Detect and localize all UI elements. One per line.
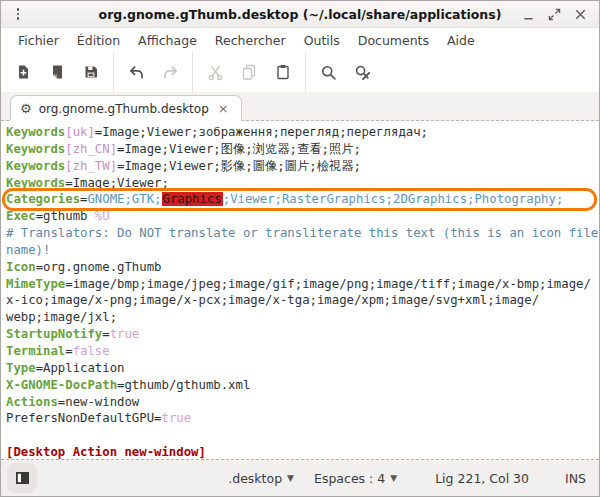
toolbar	[1, 52, 599, 92]
paste-icon	[275, 64, 291, 80]
editor-line: webp;image/jxl;	[6, 309, 599, 326]
window-title: org.gnome.gThumb.desktop (~/.local/share…	[1, 7, 599, 22]
editor-line: X-GNOME-DocPath=gthumb/gthumb.xml	[6, 377, 599, 394]
editor-content: Keywords[uk]=Image;Viewer;зображення;пер…	[1, 121, 599, 460]
gear-icon: ⚙	[20, 102, 32, 115]
redo-button[interactable]	[153, 55, 187, 89]
tab-width-dropdown[interactable]: Espaces : 4 ▼	[312, 467, 399, 490]
tab-close-button[interactable]: ×	[216, 102, 231, 115]
close-button[interactable]	[572, 6, 589, 23]
new-document-icon	[15, 64, 31, 80]
copy-icon	[241, 64, 257, 80]
search-button[interactable]	[311, 55, 345, 89]
tab-width-label: Espaces : 4	[314, 471, 385, 486]
restore-icon	[547, 7, 562, 22]
filetype-label: .desktop	[228, 471, 282, 486]
menu-outils[interactable]: Outils	[295, 30, 349, 51]
editor-line: Actions=new-window	[6, 394, 599, 411]
editor-line: MimeType=image/bmp;image/jpeg;image/gif;…	[6, 276, 599, 293]
editor-line	[6, 427, 599, 444]
statusbar: .desktop ▼ Espaces : 4 ▼ Lig 221, Col 30…	[1, 460, 599, 496]
editor-line: # Translators: Do NOT translate or trans…	[6, 225, 599, 242]
restore-button[interactable]	[546, 6, 563, 23]
insert-mode-label: INS	[565, 471, 586, 486]
menu-edition[interactable]: Édition	[68, 30, 129, 51]
editor-line: StartupNotify=true	[6, 326, 599, 343]
editor-line: Categories=GNOME;GTK;Graphics;Viewer;Ras…	[6, 191, 599, 208]
menubar: Fichier Édition Affichage Rechercher Out…	[1, 28, 599, 52]
menu-documents[interactable]: Documents	[349, 30, 438, 51]
menu-aide[interactable]: Aide	[438, 30, 484, 51]
statusbar-right: .desktop ▼ Espaces : 4 ▼ Lig 221, Col 30…	[226, 467, 586, 490]
toolbar-separator	[113, 52, 114, 92]
titlebar: org.gnome.gThumb.desktop (~/.local/share…	[1, 1, 599, 28]
open-document-icon	[49, 64, 65, 80]
app-menu-button[interactable]	[7, 4, 29, 24]
toolbar-separator	[305, 52, 306, 92]
chevron-down-icon: ▼	[390, 474, 397, 483]
undo-icon	[128, 64, 145, 81]
copy-button[interactable]	[232, 55, 266, 89]
side-panel-icon	[15, 471, 30, 485]
editor-line: [Desktop Action new-window]	[6, 444, 599, 460]
search-replace-button[interactable]	[345, 55, 379, 89]
tab-label: org.gnome.gThumb.desktop	[39, 102, 209, 116]
new-document-button[interactable]	[6, 55, 40, 89]
window-controls	[520, 6, 599, 23]
toolbar-separator	[192, 52, 193, 92]
editor-line: Exec=gthumb %U	[6, 208, 599, 225]
undo-button[interactable]	[119, 55, 153, 89]
save-icon	[83, 64, 99, 80]
menu-rechercher[interactable]: Rechercher	[206, 30, 295, 51]
minimize-icon	[521, 7, 536, 22]
paste-button[interactable]	[266, 55, 300, 89]
editor-line: x-ico;image/x-png;image/x-pcx;image/x-tg…	[6, 292, 599, 309]
save-button[interactable]	[74, 55, 108, 89]
editor-line: PrefersNonDefaultGPU=true	[6, 410, 599, 427]
side-panel-toggle-button[interactable]	[7, 463, 37, 493]
cursor-position-label: Lig 221, Col 30	[435, 471, 529, 486]
cut-icon	[207, 64, 224, 81]
editor-line: Terminal=false	[6, 343, 599, 360]
open-document-button[interactable]	[40, 55, 74, 89]
gedit-window: org.gnome.gThumb.desktop (~/.local/share…	[0, 0, 600, 497]
editor-line: Icon=org.gnome.gThumb	[6, 259, 599, 276]
cut-button[interactable]	[198, 55, 232, 89]
chevron-down-icon: ▼	[287, 474, 294, 483]
tab-org-gnome-gthumb-desktop[interactable]: ⚙ org.gnome.gThumb.desktop ×	[10, 95, 242, 121]
search-icon	[320, 64, 337, 81]
close-icon	[573, 7, 588, 22]
editor-line: name)!	[6, 242, 599, 259]
editor-line: Keywords[zh_CN]=Image;Viewer;图像;浏览器;查看;照…	[6, 141, 599, 158]
text-editor[interactable]: Keywords[uk]=Image;Viewer;зображення;пер…	[1, 121, 599, 460]
filetype-dropdown[interactable]: .desktop ▼	[226, 467, 296, 490]
minimize-button[interactable]	[520, 6, 537, 23]
search-replace-icon	[354, 64, 371, 81]
editor-line: Keywords=Image;Viewer;	[6, 175, 599, 192]
editor-line: Keywords[uk]=Image;Viewer;зображення;пер…	[6, 124, 599, 141]
editor-line: Keywords[zh_TW]=Image;Viewer;影像;圖像;圖片;檢視…	[6, 158, 599, 175]
menu-fichier[interactable]: Fichier	[9, 30, 68, 51]
redo-icon	[162, 64, 179, 81]
tabbar: ⚙ org.gnome.gThumb.desktop ×	[1, 92, 599, 121]
editor-line: Type=Application	[6, 360, 599, 377]
menu-affichage[interactable]: Affichage	[129, 30, 206, 51]
